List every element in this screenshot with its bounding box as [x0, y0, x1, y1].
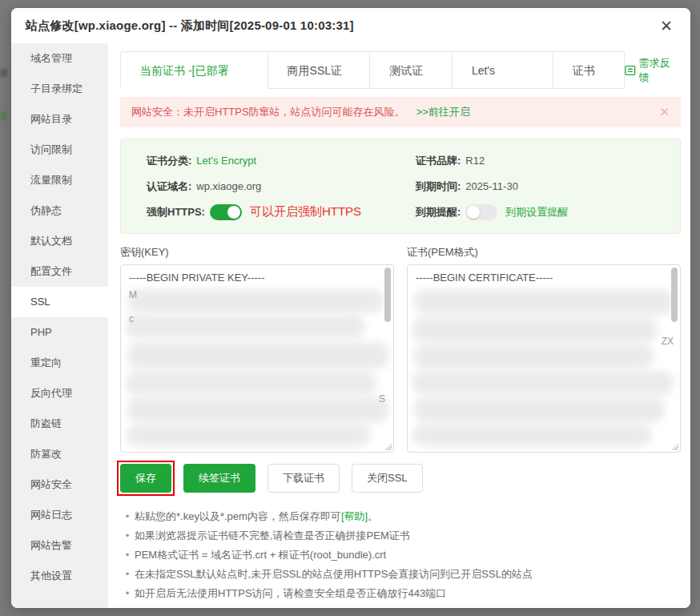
- save-button[interactable]: 保存: [120, 464, 171, 493]
- sidebar: 域名管理 子目录绑定 网站目录 访问限制 流量限制 伪静态 默认文档 配置文件 …: [11, 43, 108, 608]
- certificate-textarea[interactable]: -----BEGIN CERTIFICATE----- ZX: [407, 264, 681, 453]
- modal-title: 站点修改[wp.xiaoge.org] -- 添加时间[2025-09-01 1…: [26, 18, 354, 34]
- close-ssl-button[interactable]: 关闭SSL: [352, 464, 423, 493]
- close-icon[interactable]: ✕: [657, 17, 676, 35]
- resize-handle-icon[interactable]: [671, 443, 678, 450]
- redacted-cert-content: [412, 424, 652, 446]
- feedback-form-icon: [625, 65, 636, 76]
- sidebar-item-anti-leech[interactable]: 防盗链: [11, 409, 108, 439]
- redacted-key-content: [126, 371, 376, 395]
- go-enable-link[interactable]: >>前往开启: [416, 105, 470, 119]
- sidebar-item-reverse-proxy[interactable]: 反向代理: [11, 378, 108, 409]
- key-label: 密钥(KEY): [120, 245, 394, 260]
- private-key-textarea[interactable]: -----BEGIN PRIVATE KEY----- M c S: [120, 264, 394, 453]
- background-page-fragment: [1, 69, 7, 77]
- toggle-knob: [227, 206, 240, 219]
- redacted-key-content: [126, 424, 371, 446]
- tab-cert-folder[interactable]: 证书夹: [553, 52, 624, 89]
- resize-handle-icon[interactable]: [384, 443, 392, 450]
- sidebar-item-traffic-limit[interactable]: 流量限制: [11, 165, 108, 195]
- redacted-cert-content: [414, 344, 654, 369]
- textarea-scrollbar[interactable]: [671, 268, 678, 322]
- cert-class-row: 证书分类: Let's Encrypt: [147, 151, 416, 170]
- key-fragment: M: [129, 289, 137, 300]
- sidebar-item-php[interactable]: PHP: [11, 317, 108, 348]
- note-text: 粘贴您的*.key以及*.pem内容，然后保存即可: [135, 510, 341, 522]
- sidebar-item-domain-manage[interactable]: 域名管理: [11, 43, 108, 74]
- sidebar-item-anti-tamper[interactable]: 防篡改: [11, 439, 108, 469]
- note-item: • PEM格式证书 = 域名证书.crt + 根证书(root_bundle).…: [120, 546, 681, 565]
- sidebar-item-access-limit[interactable]: 访问限制: [11, 135, 108, 165]
- sidebar-item-rewrite[interactable]: 伪静态: [11, 195, 108, 226]
- cert-tabbar: 当前证书 -[已部署SSL] 商用SSL证书 测试证书 Let's Encryp…: [120, 51, 625, 89]
- help-link[interactable]: [帮助]: [341, 510, 368, 522]
- download-cert-button[interactable]: 下载证书: [268, 464, 340, 493]
- note-item: • 在未指定SSL默认站点时,未开启SSL的站点使用HTTPS会直接访问到已开启…: [120, 565, 681, 584]
- tab-current-cert[interactable]: 当前证书 -[已部署SSL]: [121, 52, 268, 89]
- banner-close-icon[interactable]: ✕: [659, 105, 670, 119]
- site-edit-modal: 站点修改[wp.xiaoge.org] -- 添加时间[2025-09-01 1…: [11, 8, 690, 608]
- feedback-link[interactable]: 需求反馈: [625, 56, 679, 85]
- textarea-labels: 密钥(KEY) 证书(PEM格式): [120, 245, 681, 260]
- tab-commercial-ssl[interactable]: 商用SSL证书: [268, 52, 370, 89]
- expire-remind-row: 到期提醒: 到期设置提醒: [416, 203, 568, 221]
- expire-remind-label: 到期提醒:: [416, 205, 461, 219]
- help-notes: • 粘贴您的*.key以及*.pem内容，然后保存即可[帮助]。 • 如果浏览器…: [120, 507, 681, 603]
- textarea-scrollbar[interactable]: [384, 268, 391, 322]
- redacted-key-content: [126, 315, 365, 339]
- ssl-content-panel: 当前证书 -[已部署SSL] 商用SSL证书 测试证书 Let's Encryp…: [108, 43, 690, 608]
- button-row: 保存 续签证书 下载证书 关闭SSL: [120, 464, 681, 493]
- expire-remind-toggle[interactable]: [465, 204, 497, 220]
- bullet-icon: •: [120, 507, 135, 526]
- certificate-first-line: -----BEGIN CERTIFICATE-----: [408, 265, 680, 284]
- sidebar-item-default-doc[interactable]: 默认文档: [11, 226, 108, 256]
- redacted-key-content: [127, 342, 388, 369]
- expire-remind-link[interactable]: 到期设置提醒: [505, 205, 568, 219]
- note-item: • 粘贴您的*.key以及*.pem内容，然后保存即可[帮助]。: [120, 507, 681, 526]
- note-text: PEM格式证书 = 域名证书.crt + 根证书(root_bundle).cr…: [135, 546, 386, 565]
- force-https-note: 可以开启强制HTTPS: [250, 204, 361, 219]
- sidebar-item-site-dir[interactable]: 网站目录: [11, 104, 108, 135]
- toggle-knob: [467, 206, 480, 219]
- cert-expire-label: 到期时间:: [416, 179, 461, 194]
- sidebar-item-site-security[interactable]: 网站安全: [11, 469, 108, 500]
- pem-label: 证书(PEM格式): [407, 245, 681, 260]
- sidebar-item-other-settings[interactable]: 其他设置: [11, 561, 108, 591]
- cert-brand-value: R12: [465, 155, 485, 167]
- cert-domain-row: 认证域名: wp.xiaoge.org: [147, 177, 416, 195]
- note-text: 如开启后无法使用HTTPS访问，请检查安全组是否正确放行443端口: [135, 584, 446, 603]
- cert-class-label: 证书分类:: [147, 154, 191, 168]
- key-fragment: S: [379, 393, 385, 405]
- sidebar-item-config-file[interactable]: 配置文件: [11, 256, 108, 287]
- sidebar-item-site-logs[interactable]: 网站日志: [11, 500, 108, 530]
- sidebar-item-subdir-bind[interactable]: 子目录绑定: [11, 74, 108, 104]
- redacted-key-content: [127, 289, 384, 313]
- cert-info-left-column: 证书分类: Let's Encrypt 认证域名: wp.xiaoge.org …: [147, 151, 416, 221]
- cert-expire-row: 到期时间: 2025-11-30: [416, 177, 568, 195]
- note-text: 在未指定SSL默认站点时,未开启SSL的站点使用HTTPS会直接访问到已开启SS…: [135, 565, 533, 584]
- textarea-row: -----BEGIN PRIVATE KEY----- M c S -----B…: [120, 264, 681, 453]
- cert-class-value: Let's Encrypt: [196, 155, 256, 167]
- redacted-key-content: [127, 397, 388, 422]
- warning-text: 网站安全：未开启HTTPS防窜站，站点访问可能存在风险。: [131, 105, 405, 119]
- cert-info-right-column: 证书品牌: R12 到期时间: 2025-11-30 到期提醒: 到期设置提醒: [416, 151, 568, 221]
- redacted-cert-content: [414, 397, 665, 422]
- renew-cert-button[interactable]: 续签证书: [183, 464, 255, 493]
- cert-brand-row: 证书品牌: R12: [416, 151, 568, 170]
- tab-lets-encrypt[interactable]: Let's Encrypt: [452, 52, 553, 89]
- tab-test-cert[interactable]: 测试证书: [369, 52, 452, 89]
- cert-domain-label: 认证域名:: [147, 179, 191, 194]
- cert-expire-value: 2025-11-30: [465, 180, 518, 192]
- force-https-toggle[interactable]: [210, 204, 242, 220]
- note-item: • 如开启后无法使用HTTPS访问，请检查安全组是否正确放行443端口: [120, 584, 681, 603]
- modal-body: 域名管理 子目录绑定 网站目录 访问限制 流量限制 伪静态 默认文档 配置文件 …: [11, 43, 690, 608]
- redacted-cert-content: [414, 289, 673, 315]
- redacted-cert-content: [412, 316, 658, 342]
- sidebar-item-site-alerts[interactable]: 网站告警: [11, 530, 108, 561]
- force-https-row: 强制HTTPS: 可以开启强制HTTPS: [147, 203, 416, 221]
- sidebar-item-redirect[interactable]: 重定向: [11, 348, 108, 378]
- bullet-icon: •: [120, 584, 135, 603]
- cert-domain-value: wp.xiaoge.org: [196, 180, 261, 192]
- sidebar-item-ssl[interactable]: SSL: [11, 287, 108, 317]
- bullet-icon: •: [120, 526, 135, 546]
